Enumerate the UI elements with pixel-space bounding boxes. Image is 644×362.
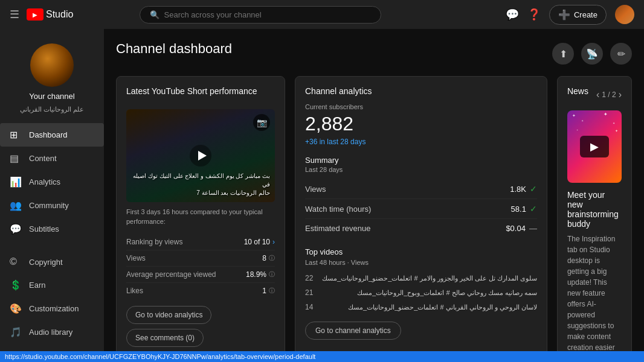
info-icon[interactable]: ⓘ: [269, 287, 275, 295]
studio-label: Studio: [46, 9, 73, 20]
earn-icon: 💲: [10, 279, 22, 291]
channel-info: Your channel علم الروحانيات القرباني: [0, 34, 104, 123]
broadcast-icon[interactable]: 📡: [581, 43, 603, 65]
video-analytics-button[interactable]: Go to video analytics: [126, 306, 211, 324]
content-icon: ▤: [10, 153, 22, 164]
subscribers-count: 2,882: [305, 113, 537, 135]
analytics-views-row: Views 1.8K ✓: [305, 179, 537, 199]
sidebar-item-earn[interactable]: 💲 Earn: [0, 273, 104, 297]
sidebar-item-label: Copyright: [29, 258, 63, 267]
subscribers-change: +36 in last 28 days: [305, 138, 537, 146]
channel-analytics-card: Channel analytics Current subscribers 2,…: [295, 76, 547, 362]
short-performance-card: Latest YouTube Short performance بث مباش…: [116, 76, 285, 362]
edit-icon[interactable]: ✏: [610, 43, 632, 65]
news-nav: ‹ 1 / 2 ›: [596, 89, 622, 100]
top-videos-section: Top videos Last 48 hours · Views 22 سلوى…: [305, 247, 537, 314]
youtube-icon: [27, 8, 43, 21]
yt-logo[interactable]: Studio: [27, 8, 73, 21]
search-bar[interactable]: 🔍: [140, 6, 381, 24]
search-icon: 🔍: [150, 10, 159, 19]
channel-analytics-button[interactable]: Go to channel analytics: [305, 322, 401, 340]
sidebar-item-analytics[interactable]: 📊 Analytics: [0, 170, 104, 194]
check-icon: ✓: [530, 204, 537, 214]
sidebar-item-copyright[interactable]: © Copyright: [0, 250, 104, 273]
perf-note: First 3 days 16 hours compared to your t…: [126, 207, 275, 227]
news-next-arrow[interactable]: ›: [619, 89, 622, 100]
sidebar-item-community[interactable]: 👥 Community: [0, 194, 104, 217]
metric-ranking: Ranking by views 10 of 10 ›: [126, 234, 275, 250]
analytics-card-title: Channel analytics: [305, 86, 537, 96]
subtitles-icon: 💬: [10, 223, 22, 235]
svg-text:✦: ✦: [613, 122, 615, 125]
sparkles-decoration: ✦ ✦ ✦ ✦ ✦ ✦: [567, 110, 622, 138]
ranking-arrow[interactable]: ›: [272, 238, 275, 246]
news-image: ▶ ✦ ✦ ✦ ✦ ✦ ✦: [567, 110, 622, 183]
channel-sub: علم الروحانيات القرباني: [20, 106, 84, 113]
create-button[interactable]: ➕ Create: [549, 5, 607, 25]
sidebar-item-audio-library[interactable]: 🎵 Audio library: [0, 320, 104, 344]
user-avatar[interactable]: [615, 5, 634, 24]
svg-text:✦: ✦: [604, 112, 608, 117]
camera-icon[interactable]: 📷: [253, 114, 270, 131]
top-videos-label: Top videos: [305, 247, 343, 256]
news-article-title: Meet your new brainstorming buddy: [567, 190, 622, 229]
watchtime-val: 58.1 ✓: [511, 204, 537, 214]
summary-sub: Last 28 days: [305, 166, 537, 173]
svg-text:✦: ✦: [572, 113, 575, 118]
play-icon: ▶: [580, 136, 609, 157]
main-content: Channel dashboard ⬆ 📡 ✏ Latest YouTube S…: [104, 29, 644, 362]
topbar: ☰ Studio 🔍 💬 ❓ ➕ Create: [0, 0, 644, 29]
top-video-3: 14 لاسان الروحي و الروحاني القرباني # ات…: [305, 300, 537, 314]
svg-text:✦: ✦: [581, 119, 583, 122]
topbar-left: ☰ Studio: [10, 8, 73, 21]
metric-label: Likes: [126, 287, 143, 295]
views-val: 1.8K ✓: [510, 184, 537, 194]
comments-button[interactable]: See comments (0): [126, 329, 204, 347]
audio-icon: 🎵: [10, 326, 22, 338]
channel-avatar[interactable]: [30, 43, 74, 87]
sidebar-item-label: Earn: [29, 281, 45, 290]
svg-text:✦: ✦: [576, 129, 579, 132]
channel-name: Your channel: [29, 92, 74, 101]
status-url: https://studio.youtube.com/channel/UCFGZ…: [5, 353, 315, 360]
sidebar-item-customization[interactable]: 🎨 Customization: [0, 297, 104, 320]
sidebar-item-subtitles[interactable]: 💬 Subtitles: [0, 217, 104, 241]
sidebar-item-label: Community: [29, 201, 69, 210]
check-icon: ✓: [530, 184, 537, 194]
short-perf-title: Latest YouTube Short performance: [126, 86, 257, 96]
metric-label: Ranking by views: [126, 238, 182, 246]
create-label: Create: [574, 10, 597, 19]
metric-likes: Likes 1 ⓘ: [126, 283, 275, 299]
sidebar-item-label: Subtitles: [29, 224, 59, 233]
analytics-rows: Views 1.8K ✓ Watch time (hours) 58.1 ✓: [305, 179, 537, 238]
comments-icon[interactable]: 💬: [506, 8, 519, 21]
news-article-desc: The Inspiration tab on Studio desktop is…: [567, 233, 622, 362]
search-input[interactable]: [164, 10, 371, 19]
sidebar-item-content[interactable]: ▤ Content: [0, 147, 104, 170]
menu-icon[interactable]: ☰: [10, 8, 19, 21]
news-prev-arrow[interactable]: ‹: [596, 89, 599, 100]
help-icon[interactable]: ❓: [527, 8, 541, 21]
summary-title: Summary: [305, 156, 537, 165]
metric-value: 8 ⓘ: [262, 254, 275, 262]
analytics-revenue-row: Estimated revenue $0.04 —: [305, 219, 537, 238]
sidebar-item-label: Analytics: [29, 177, 60, 186]
video-thumbnail[interactable]: بث مباشر كل يوم الكشف و العلاج على التيك…: [126, 109, 275, 202]
upload-icon[interactable]: ⬆: [552, 43, 574, 65]
copyright-icon: ©: [10, 256, 22, 267]
info-icon[interactable]: ⓘ: [269, 254, 275, 262]
news-card: News ‹ 1 / 2 › ▶ ✦ ✦ ✦ ✦ ✦ ✦: [557, 76, 632, 362]
info-icon[interactable]: ⓘ: [269, 270, 275, 279]
action-buttons: Go to video analytics See comments (0): [126, 306, 275, 347]
metrics-list: Ranking by views 10 of 10 › Views 8 ⓘ: [126, 234, 275, 299]
metric-views: Views 8 ⓘ: [126, 250, 275, 267]
metric-value: 10 of 10 ›: [244, 238, 275, 246]
dash-icon: —: [529, 224, 537, 233]
customization-icon: 🎨: [10, 303, 22, 314]
sidebar-item-dashboard[interactable]: ⊞ Dashboard: [0, 123, 104, 147]
revenue-val: $0.04 —: [506, 224, 537, 233]
page-title: Channel dashboard: [116, 41, 232, 57]
revenue-label: Estimated revenue: [305, 224, 370, 233]
sidebar-item-label: Customization: [29, 304, 79, 313]
sidebar-item-label: Audio library: [29, 328, 72, 337]
